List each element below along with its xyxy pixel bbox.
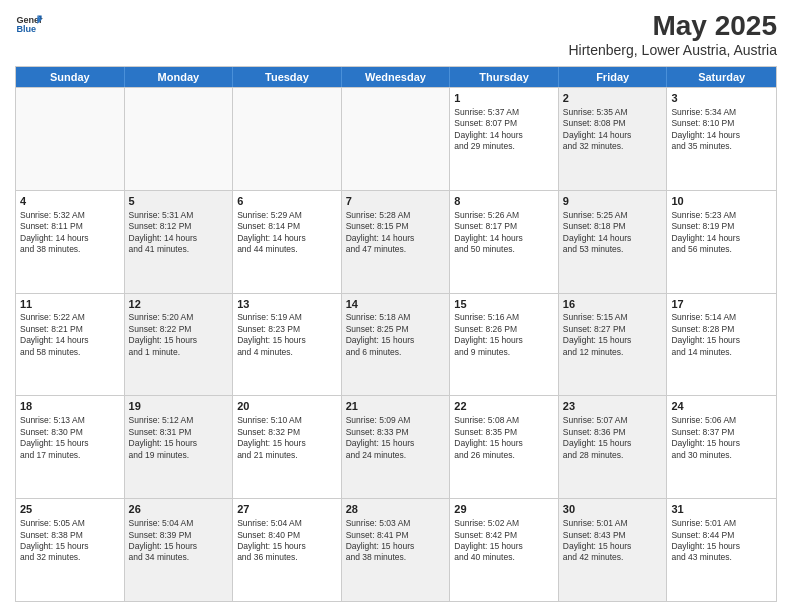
calendar-cell: 26Sunrise: 5:04 AMSunset: 8:39 PMDayligh… bbox=[125, 499, 234, 601]
day-info: and 4 minutes. bbox=[237, 347, 337, 358]
day-info: Sunrise: 5:20 AM bbox=[129, 312, 229, 323]
day-info: Sunrise: 5:07 AM bbox=[563, 415, 663, 426]
day-info: Daylight: 15 hours bbox=[346, 541, 446, 552]
header-day-saturday: Saturday bbox=[667, 67, 776, 87]
day-info: Daylight: 15 hours bbox=[20, 541, 120, 552]
day-info: Daylight: 15 hours bbox=[129, 541, 229, 552]
calendar-cell: 15Sunrise: 5:16 AMSunset: 8:26 PMDayligh… bbox=[450, 294, 559, 396]
day-info: Daylight: 14 hours bbox=[671, 233, 772, 244]
day-number: 14 bbox=[346, 297, 446, 312]
day-info: and 44 minutes. bbox=[237, 244, 337, 255]
day-info: Sunrise: 5:04 AM bbox=[129, 518, 229, 529]
day-info: Daylight: 15 hours bbox=[129, 335, 229, 346]
day-number: 30 bbox=[563, 502, 663, 517]
day-info: Sunset: 8:08 PM bbox=[563, 118, 663, 129]
main-title: May 2025 bbox=[568, 10, 777, 42]
page: General Blue May 2025 Hirtenberg, Lower … bbox=[0, 0, 792, 612]
day-number: 5 bbox=[129, 194, 229, 209]
day-info: Daylight: 14 hours bbox=[454, 130, 554, 141]
day-info: Sunset: 8:35 PM bbox=[454, 427, 554, 438]
subtitle: Hirtenberg, Lower Austria, Austria bbox=[568, 42, 777, 58]
day-info: and 26 minutes. bbox=[454, 450, 554, 461]
calendar-cell: 31Sunrise: 5:01 AMSunset: 8:44 PMDayligh… bbox=[667, 499, 776, 601]
calendar-cell: 18Sunrise: 5:13 AMSunset: 8:30 PMDayligh… bbox=[16, 396, 125, 498]
day-info: and 28 minutes. bbox=[563, 450, 663, 461]
day-info: Sunset: 8:15 PM bbox=[346, 221, 446, 232]
day-number: 17 bbox=[671, 297, 772, 312]
day-info: and 41 minutes. bbox=[129, 244, 229, 255]
header-day-friday: Friday bbox=[559, 67, 668, 87]
day-info: Daylight: 14 hours bbox=[20, 233, 120, 244]
day-number: 10 bbox=[671, 194, 772, 209]
day-info: Sunset: 8:38 PM bbox=[20, 530, 120, 541]
day-number: 15 bbox=[454, 297, 554, 312]
day-info: Sunrise: 5:08 AM bbox=[454, 415, 554, 426]
day-info: Sunrise: 5:23 AM bbox=[671, 210, 772, 221]
day-info: Sunset: 8:21 PM bbox=[20, 324, 120, 335]
day-info: Sunrise: 5:16 AM bbox=[454, 312, 554, 323]
day-info: Sunrise: 5:34 AM bbox=[671, 107, 772, 118]
day-info: Sunrise: 5:15 AM bbox=[563, 312, 663, 323]
day-info: Daylight: 15 hours bbox=[563, 335, 663, 346]
day-info: Sunset: 8:11 PM bbox=[20, 221, 120, 232]
day-info: Sunrise: 5:02 AM bbox=[454, 518, 554, 529]
day-info: Sunset: 8:23 PM bbox=[237, 324, 337, 335]
day-number: 19 bbox=[129, 399, 229, 414]
day-info: Sunset: 8:26 PM bbox=[454, 324, 554, 335]
day-number: 7 bbox=[346, 194, 446, 209]
calendar-header: SundayMondayTuesdayWednesdayThursdayFrid… bbox=[16, 67, 776, 87]
day-info: Daylight: 15 hours bbox=[237, 438, 337, 449]
day-info: Sunset: 8:25 PM bbox=[346, 324, 446, 335]
day-number: 2 bbox=[563, 91, 663, 106]
day-info: Daylight: 15 hours bbox=[563, 438, 663, 449]
calendar-body: 1Sunrise: 5:37 AMSunset: 8:07 PMDaylight… bbox=[16, 87, 776, 601]
day-info: and 30 minutes. bbox=[671, 450, 772, 461]
calendar-cell: 27Sunrise: 5:04 AMSunset: 8:40 PMDayligh… bbox=[233, 499, 342, 601]
calendar-cell: 14Sunrise: 5:18 AMSunset: 8:25 PMDayligh… bbox=[342, 294, 451, 396]
calendar-cell: 1Sunrise: 5:37 AMSunset: 8:07 PMDaylight… bbox=[450, 88, 559, 190]
day-info: Daylight: 14 hours bbox=[129, 233, 229, 244]
day-info: Daylight: 15 hours bbox=[563, 541, 663, 552]
day-info: Sunrise: 5:04 AM bbox=[237, 518, 337, 529]
day-info: and 35 minutes. bbox=[671, 141, 772, 152]
calendar-cell: 8Sunrise: 5:26 AMSunset: 8:17 PMDaylight… bbox=[450, 191, 559, 293]
day-info: Daylight: 15 hours bbox=[20, 438, 120, 449]
day-info: Sunrise: 5:13 AM bbox=[20, 415, 120, 426]
day-info: Daylight: 14 hours bbox=[454, 233, 554, 244]
calendar-cell: 3Sunrise: 5:34 AMSunset: 8:10 PMDaylight… bbox=[667, 88, 776, 190]
calendar-cell: 17Sunrise: 5:14 AMSunset: 8:28 PMDayligh… bbox=[667, 294, 776, 396]
day-info: Daylight: 15 hours bbox=[671, 541, 772, 552]
day-info: Sunrise: 5:14 AM bbox=[671, 312, 772, 323]
day-info: Sunset: 8:36 PM bbox=[563, 427, 663, 438]
calendar-cell bbox=[125, 88, 234, 190]
day-info: Sunrise: 5:22 AM bbox=[20, 312, 120, 323]
day-info: Sunset: 8:31 PM bbox=[129, 427, 229, 438]
header-day-tuesday: Tuesday bbox=[233, 67, 342, 87]
calendar-cell: 30Sunrise: 5:01 AMSunset: 8:43 PMDayligh… bbox=[559, 499, 668, 601]
calendar-cell bbox=[16, 88, 125, 190]
day-info: Sunrise: 5:28 AM bbox=[346, 210, 446, 221]
day-info: Sunrise: 5:25 AM bbox=[563, 210, 663, 221]
day-info: and 19 minutes. bbox=[129, 450, 229, 461]
day-number: 27 bbox=[237, 502, 337, 517]
day-info: and 42 minutes. bbox=[563, 552, 663, 563]
day-number: 16 bbox=[563, 297, 663, 312]
day-info: Sunset: 8:07 PM bbox=[454, 118, 554, 129]
calendar-cell: 16Sunrise: 5:15 AMSunset: 8:27 PMDayligh… bbox=[559, 294, 668, 396]
day-info: Sunset: 8:10 PM bbox=[671, 118, 772, 129]
day-number: 28 bbox=[346, 502, 446, 517]
day-number: 25 bbox=[20, 502, 120, 517]
calendar-cell: 19Sunrise: 5:12 AMSunset: 8:31 PMDayligh… bbox=[125, 396, 234, 498]
day-number: 3 bbox=[671, 91, 772, 106]
calendar-cell: 23Sunrise: 5:07 AMSunset: 8:36 PMDayligh… bbox=[559, 396, 668, 498]
day-number: 24 bbox=[671, 399, 772, 414]
day-info: Sunrise: 5:31 AM bbox=[129, 210, 229, 221]
day-number: 31 bbox=[671, 502, 772, 517]
day-info: Sunrise: 5:26 AM bbox=[454, 210, 554, 221]
day-number: 6 bbox=[237, 194, 337, 209]
day-info: Daylight: 14 hours bbox=[563, 130, 663, 141]
day-info: Sunrise: 5:10 AM bbox=[237, 415, 337, 426]
day-info: Sunrise: 5:29 AM bbox=[237, 210, 337, 221]
calendar-cell: 12Sunrise: 5:20 AMSunset: 8:22 PMDayligh… bbox=[125, 294, 234, 396]
day-info: and 24 minutes. bbox=[346, 450, 446, 461]
